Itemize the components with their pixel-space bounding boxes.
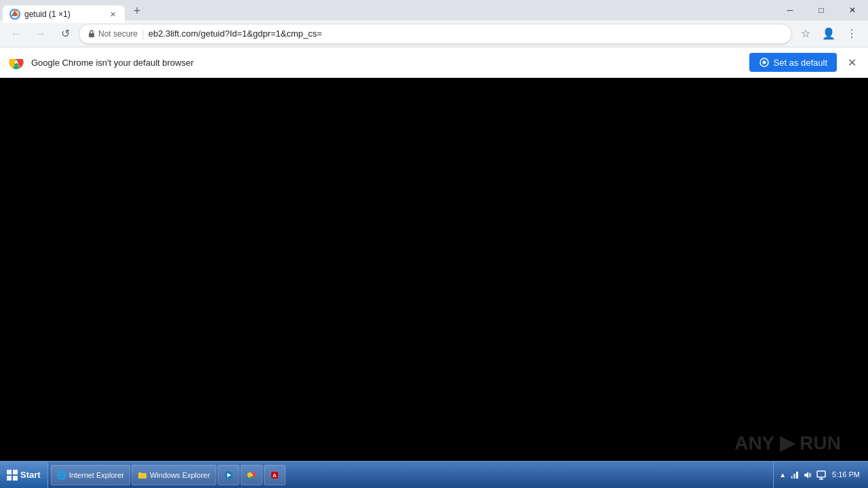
ie-icon: [57, 470, 66, 480]
set-default-icon: [759, 57, 770, 68]
tab-favicon: [9, 9, 20, 20]
active-tab[interactable]: getuid (1 ×1) ✕: [3, 5, 125, 23]
forward-button[interactable]: →: [30, 23, 52, 45]
bookmark-button[interactable]: ☆: [795, 23, 816, 45]
svg-rect-9: [7, 476, 12, 481]
svg-rect-2: [89, 33, 94, 37]
security-label: Not secure: [98, 29, 138, 39]
address-divider: |: [142, 28, 144, 39]
tray-time-text: 5:16 PM: [832, 470, 860, 480]
address-bar[interactable]: Not secure | eb2.3lift.com/getuid?Id=1&g…: [79, 24, 792, 44]
tab-strip: getuid (1 ×1) ✕ +: [0, 0, 774, 20]
start-button[interactable]: Start: [0, 462, 48, 488]
set-default-button[interactable]: Set as default: [749, 53, 837, 72]
security-indicator: Not secure: [87, 29, 138, 39]
svg-rect-7: [7, 470, 12, 474]
windows-icon: [7, 470, 18, 481]
tray-volume-icon: [802, 470, 813, 481]
close-button[interactable]: ✕: [837, 0, 868, 20]
tab-title: getuid (1 ×1): [24, 9, 103, 19]
svg-rect-10: [13, 476, 18, 481]
tray-notification-icon: [816, 470, 827, 481]
toolbar-icons: ☆ 👤 ⋮: [795, 23, 863, 45]
start-label: Start: [20, 470, 41, 480]
maximize-button[interactable]: □: [806, 0, 837, 20]
new-tab-button[interactable]: +: [127, 1, 146, 20]
minimize-button[interactable]: ─: [774, 0, 806, 20]
svg-rect-8: [13, 470, 18, 474]
page-content: [0, 78, 868, 461]
set-default-label: Set as default: [774, 58, 828, 68]
taskbar-item-media[interactable]: [218, 465, 239, 485]
svg-marker-23: [804, 472, 808, 479]
media-icon: [224, 470, 233, 480]
taskbar-items: Internet Explorer Windows Explorer: [48, 462, 774, 488]
lock-icon: [87, 29, 96, 38]
svg-rect-20: [791, 476, 793, 479]
chrome-logo-icon: [8, 54, 24, 70]
profile-button[interactable]: 👤: [818, 23, 840, 45]
taskbar: Start Internet Explorer Windows Explorer: [0, 461, 868, 488]
default-browser-infobar: Google Chrome isn't your default browser…: [0, 47, 868, 78]
reload-button[interactable]: ↺: [54, 23, 76, 45]
app-icon: A: [270, 470, 279, 480]
infobar-message: Google Chrome isn't your default browser: [31, 58, 743, 68]
taskbar-item-ie[interactable]: Internet Explorer: [51, 465, 130, 485]
ie-label: Internet Explorer: [69, 471, 124, 479]
title-bar: getuid (1 ×1) ✕ + ─ □ ✕: [0, 0, 868, 20]
svg-rect-21: [793, 474, 795, 479]
taskbar-item-chrome[interactable]: [241, 465, 262, 485]
svg-rect-22: [796, 472, 798, 479]
folder-icon: [138, 470, 147, 480]
taskbar-item-explorer[interactable]: Windows Explorer: [132, 465, 216, 485]
back-button[interactable]: ←: [5, 23, 27, 45]
window-controls: ─ □ ✕: [774, 0, 868, 20]
taskbar-item-app[interactable]: A: [264, 465, 285, 485]
svg-rect-24: [817, 471, 825, 477]
tab-close-button[interactable]: ✕: [107, 9, 118, 20]
tray-network-icon: [789, 470, 800, 481]
show-hidden-button[interactable]: ▲: [779, 471, 786, 479]
taskbar-tray: ▲ 5:16 PM: [773, 462, 868, 488]
menu-button[interactable]: ⋮: [841, 23, 863, 45]
infobar-close-button[interactable]: ✕: [844, 54, 860, 70]
svg-text:A: A: [273, 472, 277, 479]
chrome-taskbar-icon: [247, 470, 256, 480]
explorer-label: Windows Explorer: [150, 471, 210, 479]
svg-point-6: [762, 61, 766, 64]
tray-clock: 5:16 PM: [829, 470, 863, 480]
toolbar: ← → ↺ Not secure | eb2.3lift.com/getuid?…: [0, 20, 868, 47]
url-text[interactable]: eb2.3lift.com/getuid?Id=1&gdpr=1&cmp_cs=: [149, 28, 783, 39]
